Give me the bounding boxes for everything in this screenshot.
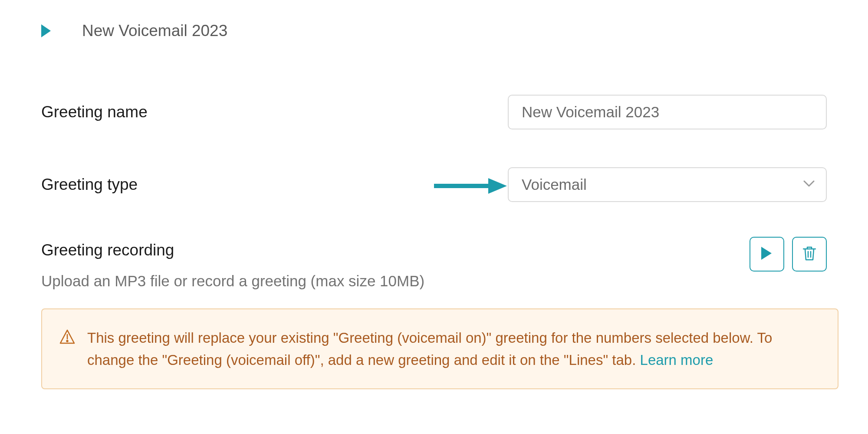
recording-actions (750, 237, 827, 272)
greeting-type-value: Voicemail (522, 176, 587, 193)
greeting-recording-section: Greeting recording Upload an MP3 file or… (41, 241, 827, 290)
warning-banner: This greeting will replace your existing… (41, 308, 838, 389)
greeting-recording-header: Greeting recording Upload an MP3 file or… (41, 241, 827, 290)
play-recording-button[interactable] (750, 237, 784, 272)
greeting-recording-label: Greeting recording (41, 241, 424, 259)
greeting-type-select[interactable]: Voicemail (508, 167, 827, 202)
panel-header: New Voicemail 2023 (41, 22, 227, 40)
svg-point-8 (67, 341, 68, 342)
svg-marker-3 (761, 247, 772, 260)
svg-marker-0 (41, 24, 51, 37)
expand-toggle-icon[interactable] (41, 24, 52, 37)
delete-recording-button[interactable] (792, 237, 827, 272)
trash-icon (803, 246, 816, 262)
greeting-recording-help: Upload an MP3 file or record a greeting … (41, 272, 424, 290)
greeting-type-label: Greeting type (41, 176, 138, 194)
greeting-settings-panel: New Voicemail 2023 Greeting name Greetin… (0, 0, 868, 434)
greeting-name-label: Greeting name (41, 103, 148, 121)
warning-icon (59, 329, 75, 346)
greeting-name-row: Greeting name (41, 95, 827, 129)
greeting-name-input[interactable] (508, 95, 827, 129)
learn-more-link[interactable]: Learn more (640, 352, 713, 368)
warning-text: This greeting will replace your existing… (87, 327, 820, 371)
panel-title: New Voicemail 2023 (82, 22, 227, 40)
svg-marker-2 (488, 178, 507, 194)
annotation-arrow-icon (434, 177, 508, 196)
play-icon (761, 247, 773, 262)
